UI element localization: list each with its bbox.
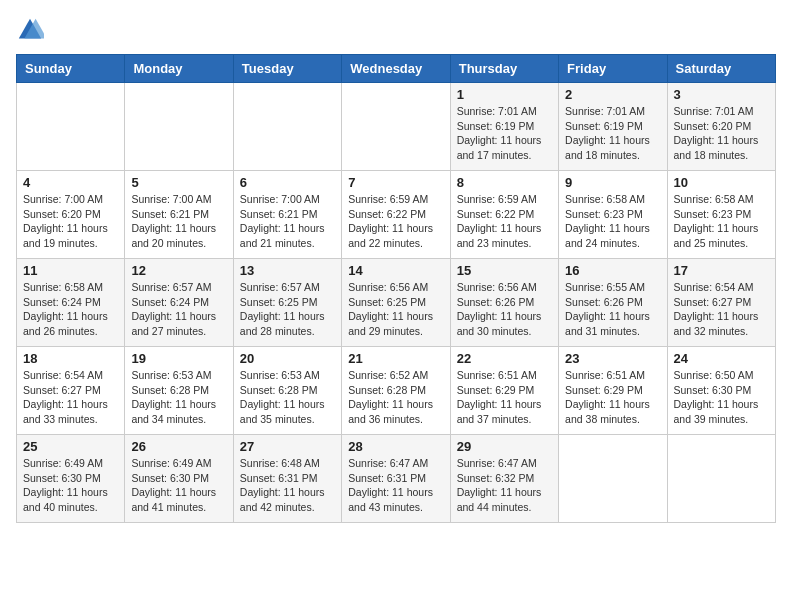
weekday-header-tuesday: Tuesday xyxy=(233,55,341,83)
day-number: 11 xyxy=(23,263,118,278)
day-cell: 29Sunrise: 6:47 AM Sunset: 6:32 PM Dayli… xyxy=(450,435,558,523)
day-number: 27 xyxy=(240,439,335,454)
day-info: Sunrise: 6:55 AM Sunset: 6:26 PM Dayligh… xyxy=(565,280,660,339)
day-info: Sunrise: 6:52 AM Sunset: 6:28 PM Dayligh… xyxy=(348,368,443,427)
weekday-header-thursday: Thursday xyxy=(450,55,558,83)
day-info: Sunrise: 7:01 AM Sunset: 6:19 PM Dayligh… xyxy=(457,104,552,163)
day-info: Sunrise: 6:49 AM Sunset: 6:30 PM Dayligh… xyxy=(23,456,118,515)
day-number: 13 xyxy=(240,263,335,278)
logo-icon xyxy=(16,16,44,44)
day-info: Sunrise: 6:50 AM Sunset: 6:30 PM Dayligh… xyxy=(674,368,769,427)
day-cell xyxy=(559,435,667,523)
day-number: 18 xyxy=(23,351,118,366)
day-number: 25 xyxy=(23,439,118,454)
weekday-header-monday: Monday xyxy=(125,55,233,83)
day-cell: 25Sunrise: 6:49 AM Sunset: 6:30 PM Dayli… xyxy=(17,435,125,523)
logo xyxy=(16,16,48,44)
day-info: Sunrise: 6:57 AM Sunset: 6:25 PM Dayligh… xyxy=(240,280,335,339)
day-cell: 19Sunrise: 6:53 AM Sunset: 6:28 PM Dayli… xyxy=(125,347,233,435)
day-info: Sunrise: 6:58 AM Sunset: 6:23 PM Dayligh… xyxy=(674,192,769,251)
weekday-header-saturday: Saturday xyxy=(667,55,775,83)
day-number: 1 xyxy=(457,87,552,102)
day-info: Sunrise: 6:49 AM Sunset: 6:30 PM Dayligh… xyxy=(131,456,226,515)
day-cell xyxy=(667,435,775,523)
day-cell: 12Sunrise: 6:57 AM Sunset: 6:24 PM Dayli… xyxy=(125,259,233,347)
day-number: 6 xyxy=(240,175,335,190)
day-info: Sunrise: 6:59 AM Sunset: 6:22 PM Dayligh… xyxy=(348,192,443,251)
day-cell: 9Sunrise: 6:58 AM Sunset: 6:23 PM Daylig… xyxy=(559,171,667,259)
day-number: 24 xyxy=(674,351,769,366)
day-cell xyxy=(17,83,125,171)
day-info: Sunrise: 6:56 AM Sunset: 6:26 PM Dayligh… xyxy=(457,280,552,339)
day-cell: 18Sunrise: 6:54 AM Sunset: 6:27 PM Dayli… xyxy=(17,347,125,435)
day-info: Sunrise: 6:47 AM Sunset: 6:32 PM Dayligh… xyxy=(457,456,552,515)
day-number: 10 xyxy=(674,175,769,190)
day-number: 28 xyxy=(348,439,443,454)
day-number: 16 xyxy=(565,263,660,278)
day-number: 14 xyxy=(348,263,443,278)
day-cell: 28Sunrise: 6:47 AM Sunset: 6:31 PM Dayli… xyxy=(342,435,450,523)
day-number: 9 xyxy=(565,175,660,190)
day-cell: 13Sunrise: 6:57 AM Sunset: 6:25 PM Dayli… xyxy=(233,259,341,347)
day-number: 29 xyxy=(457,439,552,454)
day-cell xyxy=(233,83,341,171)
weekday-header-sunday: Sunday xyxy=(17,55,125,83)
day-info: Sunrise: 6:51 AM Sunset: 6:29 PM Dayligh… xyxy=(457,368,552,427)
day-number: 5 xyxy=(131,175,226,190)
day-cell: 20Sunrise: 6:53 AM Sunset: 6:28 PM Dayli… xyxy=(233,347,341,435)
page-header xyxy=(16,16,776,44)
day-number: 17 xyxy=(674,263,769,278)
day-info: Sunrise: 6:57 AM Sunset: 6:24 PM Dayligh… xyxy=(131,280,226,339)
day-cell xyxy=(342,83,450,171)
day-info: Sunrise: 6:48 AM Sunset: 6:31 PM Dayligh… xyxy=(240,456,335,515)
day-cell: 16Sunrise: 6:55 AM Sunset: 6:26 PM Dayli… xyxy=(559,259,667,347)
day-cell: 8Sunrise: 6:59 AM Sunset: 6:22 PM Daylig… xyxy=(450,171,558,259)
day-cell: 3Sunrise: 7:01 AM Sunset: 6:20 PM Daylig… xyxy=(667,83,775,171)
week-row-3: 11Sunrise: 6:58 AM Sunset: 6:24 PM Dayli… xyxy=(17,259,776,347)
day-number: 26 xyxy=(131,439,226,454)
day-number: 23 xyxy=(565,351,660,366)
day-cell: 21Sunrise: 6:52 AM Sunset: 6:28 PM Dayli… xyxy=(342,347,450,435)
day-info: Sunrise: 6:59 AM Sunset: 6:22 PM Dayligh… xyxy=(457,192,552,251)
day-cell: 23Sunrise: 6:51 AM Sunset: 6:29 PM Dayli… xyxy=(559,347,667,435)
day-cell: 27Sunrise: 6:48 AM Sunset: 6:31 PM Dayli… xyxy=(233,435,341,523)
day-number: 15 xyxy=(457,263,552,278)
day-cell: 2Sunrise: 7:01 AM Sunset: 6:19 PM Daylig… xyxy=(559,83,667,171)
day-cell: 15Sunrise: 6:56 AM Sunset: 6:26 PM Dayli… xyxy=(450,259,558,347)
day-info: Sunrise: 7:00 AM Sunset: 6:20 PM Dayligh… xyxy=(23,192,118,251)
day-cell: 11Sunrise: 6:58 AM Sunset: 6:24 PM Dayli… xyxy=(17,259,125,347)
weekday-header-wednesday: Wednesday xyxy=(342,55,450,83)
day-info: Sunrise: 6:54 AM Sunset: 6:27 PM Dayligh… xyxy=(23,368,118,427)
day-number: 22 xyxy=(457,351,552,366)
day-number: 12 xyxy=(131,263,226,278)
day-cell: 7Sunrise: 6:59 AM Sunset: 6:22 PM Daylig… xyxy=(342,171,450,259)
day-cell: 14Sunrise: 6:56 AM Sunset: 6:25 PM Dayli… xyxy=(342,259,450,347)
day-cell xyxy=(125,83,233,171)
weekday-header-friday: Friday xyxy=(559,55,667,83)
day-cell: 10Sunrise: 6:58 AM Sunset: 6:23 PM Dayli… xyxy=(667,171,775,259)
day-cell: 1Sunrise: 7:01 AM Sunset: 6:19 PM Daylig… xyxy=(450,83,558,171)
day-number: 19 xyxy=(131,351,226,366)
day-info: Sunrise: 6:56 AM Sunset: 6:25 PM Dayligh… xyxy=(348,280,443,339)
day-cell: 5Sunrise: 7:00 AM Sunset: 6:21 PM Daylig… xyxy=(125,171,233,259)
day-info: Sunrise: 6:58 AM Sunset: 6:24 PM Dayligh… xyxy=(23,280,118,339)
day-info: Sunrise: 6:53 AM Sunset: 6:28 PM Dayligh… xyxy=(240,368,335,427)
day-number: 2 xyxy=(565,87,660,102)
week-row-1: 1Sunrise: 7:01 AM Sunset: 6:19 PM Daylig… xyxy=(17,83,776,171)
day-cell: 6Sunrise: 7:00 AM Sunset: 6:21 PM Daylig… xyxy=(233,171,341,259)
week-row-2: 4Sunrise: 7:00 AM Sunset: 6:20 PM Daylig… xyxy=(17,171,776,259)
week-row-4: 18Sunrise: 6:54 AM Sunset: 6:27 PM Dayli… xyxy=(17,347,776,435)
calendar-table: SundayMondayTuesdayWednesdayThursdayFrid… xyxy=(16,54,776,523)
day-number: 4 xyxy=(23,175,118,190)
day-info: Sunrise: 7:00 AM Sunset: 6:21 PM Dayligh… xyxy=(131,192,226,251)
day-number: 3 xyxy=(674,87,769,102)
day-number: 21 xyxy=(348,351,443,366)
day-cell: 26Sunrise: 6:49 AM Sunset: 6:30 PM Dayli… xyxy=(125,435,233,523)
day-cell: 4Sunrise: 7:00 AM Sunset: 6:20 PM Daylig… xyxy=(17,171,125,259)
day-info: Sunrise: 7:01 AM Sunset: 6:19 PM Dayligh… xyxy=(565,104,660,163)
day-cell: 22Sunrise: 6:51 AM Sunset: 6:29 PM Dayli… xyxy=(450,347,558,435)
day-number: 7 xyxy=(348,175,443,190)
day-info: Sunrise: 7:01 AM Sunset: 6:20 PM Dayligh… xyxy=(674,104,769,163)
day-number: 8 xyxy=(457,175,552,190)
weekday-header-row: SundayMondayTuesdayWednesdayThursdayFrid… xyxy=(17,55,776,83)
